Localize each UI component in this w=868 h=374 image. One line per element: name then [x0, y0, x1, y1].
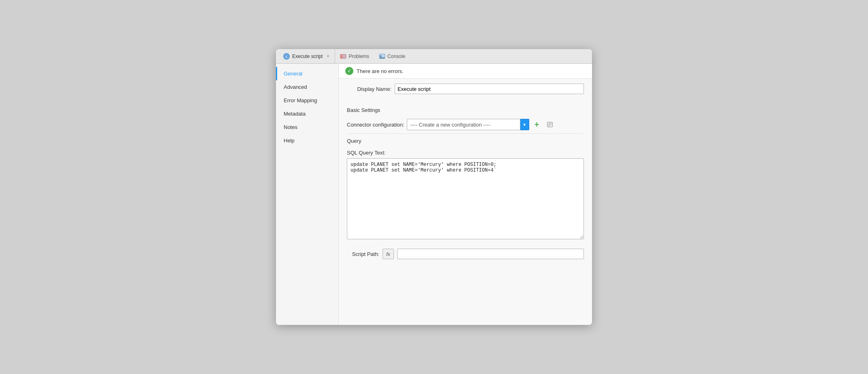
edit-connector-button[interactable]	[545, 119, 555, 130]
display-name-input[interactable]	[395, 84, 584, 94]
svg-text:▶: ▶	[380, 55, 382, 57]
connector-dropdown-arrow[interactable]: ▼	[520, 119, 529, 130]
sidebar-item-advanced[interactable]: Advanced	[276, 80, 338, 94]
content-area: ✓ There are no errors. Display Name: Bas…	[339, 64, 592, 325]
sidebar-item-general[interactable]: General	[276, 67, 338, 80]
add-connector-button[interactable]: +	[532, 119, 542, 130]
tab-bar: E Execute script × ! Problems ▶ Console	[276, 49, 592, 64]
fx-button[interactable]: fx	[383, 249, 394, 259]
tab-console[interactable]: ▶ Console	[374, 49, 410, 63]
execute-script-icon: E	[283, 53, 290, 60]
tab-console-label: Console	[387, 54, 405, 59]
sql-query-textarea[interactable]	[347, 158, 584, 239]
edit-icon	[547, 121, 553, 128]
display-name-row: Display Name:	[347, 84, 584, 94]
svg-rect-4	[343, 54, 346, 58]
main-area: General Advanced Error Mapping Metadata …	[276, 64, 592, 325]
display-name-label: Display Name:	[347, 86, 391, 92]
connector-select[interactable]: ---- Create a new configuration ----	[407, 119, 520, 130]
display-name-section: Display Name:	[339, 79, 592, 103]
problems-icon: !	[340, 53, 346, 60]
query-section: SQL Query Text:	[339, 146, 592, 245]
sidebar: General Advanced Error Mapping Metadata …	[276, 64, 339, 325]
status-ok-icon: ✓	[345, 67, 353, 75]
tab-execute-script[interactable]: E Execute script ×	[279, 49, 335, 63]
sidebar-item-metadata[interactable]: Metadata	[276, 107, 338, 120]
script-path-row: Script Path: fx	[339, 245, 592, 262]
status-text: There are no errors.	[357, 68, 404, 74]
sidebar-item-help[interactable]: Help	[276, 134, 338, 147]
main-window: E Execute script × ! Problems ▶ Console	[276, 49, 592, 325]
tab-execute-script-label: Execute script	[292, 54, 323, 59]
query-heading: Query	[339, 134, 592, 146]
connector-row: Connector configuration: ---- Create a n…	[339, 116, 592, 133]
connector-select-wrap: ---- Create a new configuration ---- ▼	[407, 119, 529, 130]
status-bar: ✓ There are no errors.	[339, 64, 592, 79]
sidebar-item-error-mapping[interactable]: Error Mapping	[276, 94, 338, 107]
tab-problems-label: Problems	[348, 54, 369, 59]
sql-query-label: SQL Query Text:	[347, 150, 584, 156]
basic-settings-heading: Basic Settings	[339, 103, 592, 116]
tab-problems[interactable]: ! Problems	[335, 49, 374, 63]
sidebar-item-notes[interactable]: Notes	[276, 120, 338, 134]
script-path-label: Script Path:	[347, 251, 379, 257]
svg-rect-6	[379, 57, 385, 59]
connector-label: Connector configuration:	[347, 122, 404, 128]
console-icon: ▶	[379, 54, 385, 59]
script-path-input[interactable]	[397, 249, 584, 259]
tab-close-button[interactable]: ×	[325, 54, 331, 59]
svg-text:E: E	[286, 55, 288, 58]
svg-text:!: !	[341, 55, 342, 59]
